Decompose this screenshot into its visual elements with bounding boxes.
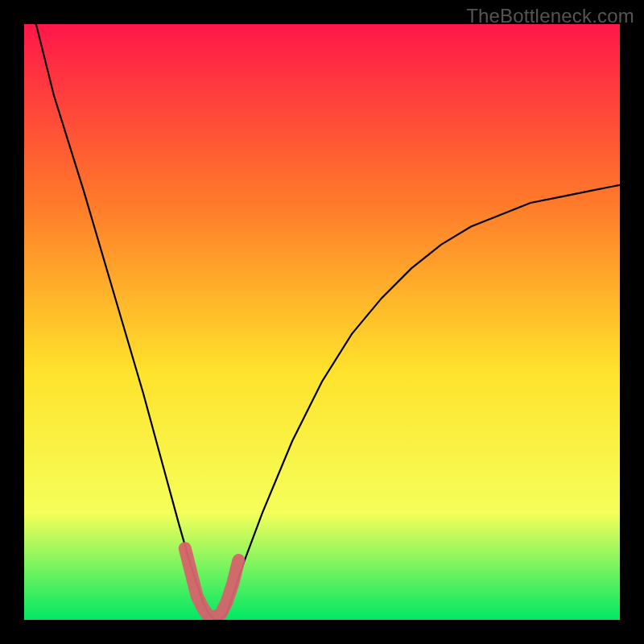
chart-frame: TheBottleneck.com	[0, 0, 644, 644]
plot-svg	[24, 24, 620, 620]
gradient-background	[24, 24, 620, 620]
plot-area	[24, 24, 620, 620]
